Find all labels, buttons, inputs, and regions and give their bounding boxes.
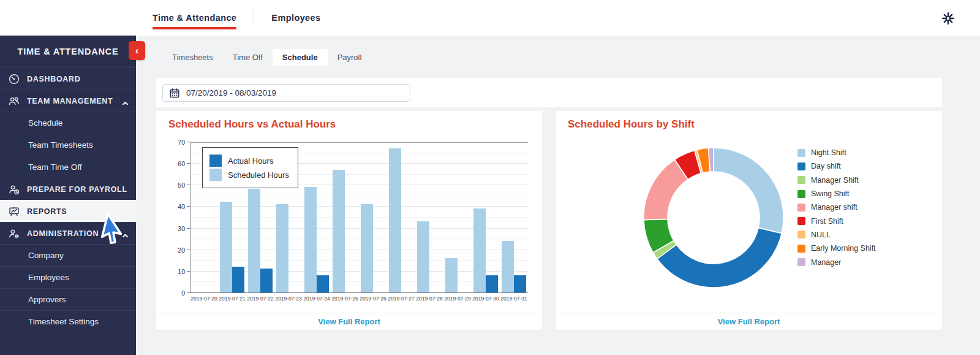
- sidebar-item-label: Employees: [28, 273, 69, 282]
- sidebar-item-label: Schedule: [28, 118, 62, 128]
- sidebar-item-company[interactable]: Company: [0, 244, 136, 266]
- app-window: Time & AttendanceEmployees TIME & ATTEND…: [0, 0, 980, 355]
- legend-label: Scheduled Hours: [228, 170, 289, 180]
- sidebar-item-team-time-off[interactable]: Team Time Off: [0, 156, 136, 178]
- y-axis-tick-label: 40: [164, 203, 185, 210]
- legend-label: Early Morning Shift: [811, 244, 876, 253]
- y-axis-tick: [187, 271, 190, 272]
- legend-swatch: [209, 169, 222, 181]
- legend-swatch: [797, 217, 805, 225]
- y-axis-tick: [187, 250, 190, 250]
- date-range-value: 07/20/2019 - 08/03/2019: [186, 88, 276, 97]
- top-tab-employees[interactable]: Employees: [271, 0, 320, 36]
- sidebar-item-label: DASHBOARD: [27, 75, 81, 83]
- donut-chart-legend: Night ShiftDay shiftManager ShiftSwing S…: [797, 146, 876, 269]
- bar-actual-2019-07-31: [514, 275, 526, 292]
- filter-bar: 07/20/2019 - 08/03/2019: [156, 78, 942, 107]
- x-axis-tick-label: 2019-07-23: [274, 296, 303, 302]
- y-axis-tick: [187, 185, 190, 185]
- bar-actual-2019-07-30: [486, 275, 498, 292]
- subtab-time-off[interactable]: Time Off: [223, 49, 273, 66]
- y-axis-tick-label: 0: [164, 289, 185, 297]
- view-full-report-link[interactable]: View Full Report: [718, 317, 780, 326]
- axis-bottom: [190, 292, 528, 293]
- card-scheduled-vs-actual: Scheduled Hours vs Actual Hours Actual H…: [156, 111, 542, 330]
- sidebar-item-schedule[interactable]: Schedule: [0, 112, 136, 134]
- x-axis-tick-label: 2019-07-30: [472, 296, 500, 302]
- legend-label: Swing Shift: [811, 189, 850, 198]
- y-axis-tick: [187, 163, 190, 164]
- legend-item-night-shift: Night Shift: [797, 146, 876, 159]
- x-axis-tick-label: 2019-07-31: [500, 296, 528, 302]
- chevron-left-icon: ‹: [135, 45, 139, 57]
- chevron-up-icon: [122, 231, 129, 237]
- bar-scheduled-2019-07-27: [389, 148, 401, 292]
- donut-chart-title: Scheduled Hours by Shift: [568, 118, 695, 131]
- gridline: [190, 196, 528, 196]
- sidebar-item-label: Timesheet Settings: [28, 317, 99, 326]
- sidebar-item-approvers[interactable]: Approvers: [0, 288, 136, 310]
- legend-item-null: NULL: [797, 228, 876, 242]
- gear-icon[interactable]: [942, 12, 954, 25]
- bar-scheduled-2019-07-30: [473, 208, 486, 292]
- legend-label: Night Shift: [811, 148, 846, 157]
- sidebar-item-team-management[interactable]: TEAM MANAGEMENT: [0, 90, 136, 112]
- bar-actual-2019-07-21: [232, 267, 244, 292]
- view-full-report-link[interactable]: View Full Report: [318, 317, 380, 326]
- legend-item-scheduled-hours: Scheduled Hours: [209, 169, 289, 181]
- donut-chart: [642, 146, 785, 289]
- legend-label: Manager Shift: [811, 176, 859, 185]
- sidebar-item-timesheet-settings[interactable]: Timesheet Settings: [0, 310, 136, 332]
- y-axis-tick: [187, 292, 190, 293]
- bar-card-footer: View Full Report: [156, 313, 542, 330]
- axis-left: [190, 142, 190, 293]
- legend-item-swing-shift: Swing Shift: [797, 187, 876, 200]
- legend-swatch: [797, 245, 805, 253]
- sidebar-item-prepare-for-payroll[interactable]: $PREPARE FOR PAYROLL: [0, 178, 136, 200]
- sidebar-item-label: Team Timesheets: [28, 140, 93, 150]
- legend-item-early-morning-shift: Early Morning Shift: [797, 242, 876, 255]
- sidebar: TIME & ATTENDANCE DASHBOARDTEAM MANAGEME…: [0, 36, 136, 355]
- sidebar-item-administration[interactable]: ADMINISTRATION: [0, 222, 136, 244]
- top-bar: Time & AttendanceEmployees: [0, 0, 980, 36]
- sidebar-item-label: Team Time Off: [28, 162, 82, 172]
- sidebar-item-reports[interactable]: REPORTS: [0, 200, 136, 222]
- top-tab-label: Time & Attendance: [153, 13, 236, 23]
- admin-person-gear-icon: [9, 228, 20, 239]
- legend-swatch: [797, 162, 805, 170]
- subtab-payroll[interactable]: Payroll: [328, 49, 372, 66]
- sidebar-item-employees[interactable]: Employees: [0, 266, 136, 288]
- bar-actual-2019-07-22: [260, 269, 273, 292]
- legend-item-actual-hours: Actual Hours: [209, 155, 289, 167]
- sidebar-item-label: Company: [28, 251, 64, 260]
- x-axis-tick-label: 2019-07-22: [246, 296, 274, 302]
- subtab-schedule[interactable]: Schedule: [273, 49, 328, 66]
- y-axis-tick-label: 20: [164, 246, 185, 254]
- legend-swatch: [209, 155, 222, 167]
- sidebar-collapse-button[interactable]: ‹: [129, 41, 145, 60]
- main-content: TimesheetsTime OffSchedulePayroll 07/20/…: [136, 36, 980, 355]
- legend-item-manager: Manager: [797, 255, 876, 269]
- legend-swatch: [797, 258, 805, 266]
- module-subtabs: TimesheetsTime OffSchedulePayroll: [162, 49, 371, 66]
- subtab-timesheets[interactable]: Timesheets: [162, 49, 223, 66]
- top-tab-label: Employees: [271, 13, 320, 23]
- top-tab-time-attendance[interactable]: Time & Attendance: [153, 0, 236, 36]
- legend-item-manager-shift: Manager shift: [797, 200, 876, 214]
- axis-top: [190, 142, 528, 143]
- sidebar-item-label: REPORTS: [27, 207, 67, 216]
- y-axis-tick: [187, 228, 190, 229]
- bar-scheduled-2019-07-26: [361, 204, 373, 292]
- bar-scheduled-2019-07-29: [445, 258, 458, 292]
- legend-item-manager-shift: Manager Shift: [797, 174, 876, 187]
- sidebar-item-dashboard[interactable]: DASHBOARD: [0, 67, 136, 90]
- gridline: [190, 206, 528, 207]
- y-axis-tick-label: 60: [164, 160, 185, 167]
- date-range-picker[interactable]: 07/20/2019 - 08/03/2019: [162, 84, 410, 102]
- legend-swatch: [797, 190, 805, 198]
- donut-card-footer: View Full Report: [556, 313, 942, 330]
- legend-label: Actual Hours: [228, 156, 273, 166]
- x-axis-tick-label: 2019-07-27: [387, 296, 415, 302]
- sidebar-item-team-timesheets[interactable]: Team Timesheets: [0, 134, 136, 156]
- y-axis-tick: [187, 142, 190, 142]
